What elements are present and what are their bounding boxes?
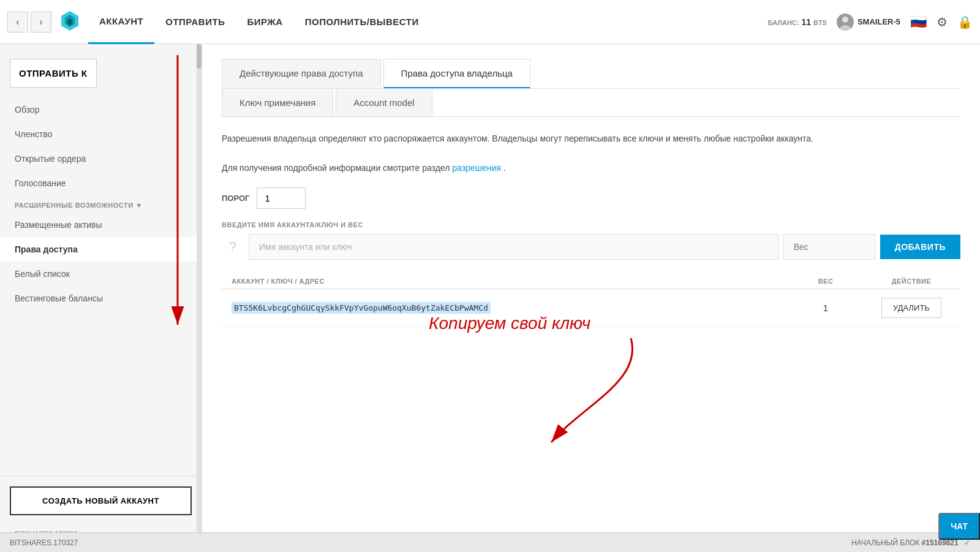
action-value: УДАЛИТЬ xyxy=(862,298,960,318)
tabs-row-2: Ключ примечания Account model xyxy=(222,89,960,117)
create-account-button[interactable]: СОЗДАТЬ НОВЫЙ АККАУНТ xyxy=(10,486,192,515)
forward-button[interactable]: › xyxy=(31,12,51,32)
nav-deposit[interactable]: ПОПОЛНИТЬ/ВЫВЕСТИ xyxy=(294,0,430,44)
input-label: ВВЕДИТЕ ИМЯ АККАУНТА/КЛЮЧ И ВЕС xyxy=(222,221,960,229)
user-badge[interactable]: SMAILER-5 xyxy=(837,13,900,31)
delete-button[interactable]: УДАЛИТЬ xyxy=(881,298,941,318)
logo-area xyxy=(56,9,83,36)
input-section: ВВЕДИТЕ ИМЯ АККАУНТА/КЛЮЧ И ВЕС ? ДОБАВИ… xyxy=(222,221,960,262)
col-header-action: ДЕЙСТВИЕ xyxy=(862,278,960,285)
scrollbar-thumb[interactable] xyxy=(197,44,202,69)
tab-account-model[interactable]: Account model xyxy=(336,89,432,116)
chat-button[interactable]: ЧАТ xyxy=(938,513,980,540)
scrollbar-track[interactable] xyxy=(197,44,202,552)
nav-account[interactable]: АККАУНТ xyxy=(88,0,154,44)
col-header-weight: ВЕС xyxy=(789,278,862,285)
threshold-input[interactable] xyxy=(257,187,306,209)
threshold-row: ПОРОГ xyxy=(222,187,960,209)
bottom-bar: BITSHARES.170327 НАЧАЛЬНЫЙ БЛОК #1516982… xyxy=(0,532,980,552)
sidebar-item-vesting[interactable]: Вестинговые балансы xyxy=(0,286,202,311)
content-area: Действующие права доступа Права доступа … xyxy=(202,44,980,552)
sidebar-item-membership[interactable]: Членство xyxy=(0,122,202,146)
table-row: BTS5K6LvbcgCghGUCqySkkFVpYvGopuW6oqXuB6y… xyxy=(222,289,960,327)
input-row: ? ДОБАВИТЬ xyxy=(222,232,960,262)
sidebar-scroll: ОТПРАВИТЬ К Обзор Членство Открытые орде… xyxy=(0,54,202,476)
key-highlight: BTS5K6LvbcgCghGUCqySkkFVpYvGopuW6oqXuB6y… xyxy=(232,302,491,314)
account-key-input[interactable] xyxy=(249,234,778,260)
avatar xyxy=(837,13,854,31)
footer-bitshares: BITSHARES.170327 xyxy=(10,539,78,547)
annotation-arrow-key xyxy=(533,332,655,455)
add-button[interactable]: ДОБАВИТЬ xyxy=(880,235,960,259)
tab-owner-permissions[interactable]: Права доступа владельца xyxy=(383,59,530,88)
weight-input[interactable] xyxy=(783,234,875,260)
tab-memo-key[interactable]: Ключ примечания xyxy=(222,89,333,116)
sidebar-section-advanced: РАСШИРЕННЫЕ ВОЗМОЖНОСТИ ▼ xyxy=(0,195,202,213)
sidebar-item-whitelist[interactable]: Белый список xyxy=(0,262,202,286)
sidebar: ОТПРАВИТЬ К Обзор Членство Открытые орде… xyxy=(0,44,202,552)
weight-value: 1 xyxy=(789,303,862,313)
sidebar-item-assets[interactable]: Размещенные активы xyxy=(0,213,202,237)
main-layout: ОТПРАВИТЬ К Обзор Членство Открытые орде… xyxy=(0,44,980,552)
balance-unit: BTS xyxy=(813,19,827,26)
table-header: АККАУНТ / КЛЮЧ / АДРЕС ВЕС ДЕЙСТВИЕ xyxy=(222,271,960,289)
svg-point-4 xyxy=(842,17,848,23)
user-name: SMAILER-5 xyxy=(858,17,900,26)
back-button[interactable]: ‹ xyxy=(7,12,28,32)
sidebar-item-overview[interactable]: Обзор xyxy=(0,97,202,122)
balance-value: 11 xyxy=(801,17,811,27)
top-navigation: ‹ › АККАУНТ ОТПРАВИТЬ БИРЖА ПОПОЛНИТЬ/ВЫ… xyxy=(0,0,980,44)
threshold-label: ПОРОГ xyxy=(222,194,249,203)
flag-icon[interactable]: 🇷🇺 xyxy=(910,14,927,30)
sidebar-item-voting[interactable]: Голосование xyxy=(0,171,202,195)
nav-arrows: ‹ › xyxy=(7,12,51,32)
description-p2: Для получения подробной информации смотр… xyxy=(222,161,960,176)
nav-right: БАЛАНС: 11 BTS SMAILER-5 🇷🇺 ⚙ 🔒 xyxy=(768,13,973,31)
balance-label: БАЛАНС: xyxy=(768,19,799,26)
question-icon: ? xyxy=(222,232,244,262)
nav-exchange[interactable]: БИРЖА xyxy=(236,0,293,44)
nav-send[interactable]: ОТПРАВИТЬ xyxy=(154,0,236,44)
key-value: BTS5K6LvbcgCghGUCqySkkFVpYvGopuW6oqXuB6y… xyxy=(222,303,789,312)
sidebar-item-permissions[interactable]: Права доступа xyxy=(0,237,202,262)
description-p1: Разрешения владельца определяют кто расп… xyxy=(222,132,960,146)
send-to-button[interactable]: ОТПРАВИТЬ К xyxy=(10,59,97,88)
description: Разрешения владельца определяют кто расп… xyxy=(222,132,960,175)
sidebar-item-open-orders[interactable]: Открытые ордера xyxy=(0,146,202,171)
tabs-row-1: Действующие права доступа Права доступа … xyxy=(222,59,960,89)
sidebar-bottom: СОЗДАТЬ НОВЫЙ АККАУНТ xyxy=(0,476,202,525)
logo-icon xyxy=(56,9,83,36)
tab-active-permissions[interactable]: Действующие права доступа xyxy=(222,59,381,88)
lock-icon[interactable]: 🔒 xyxy=(957,15,973,29)
col-header-account: АККАУНТ / КЛЮЧ / АДРЕС xyxy=(222,278,789,285)
nav-links: АККАУНТ ОТПРАВИТЬ БИРЖА ПОПОЛНИТЬ/ВЫВЕСТ… xyxy=(88,0,430,44)
permissions-link[interactable]: разрешения xyxy=(452,163,501,173)
settings-icon[interactable]: ⚙ xyxy=(937,15,948,29)
balance-badge: БАЛАНС: 11 BTS xyxy=(768,17,827,27)
